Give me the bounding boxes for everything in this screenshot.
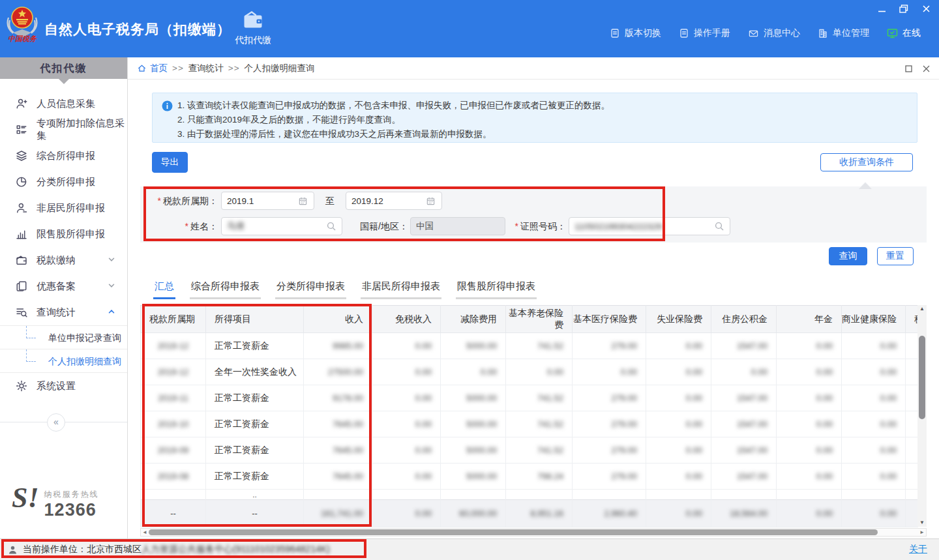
hotline-number: 12366: [44, 500, 99, 520]
sidebar-collapse-button[interactable]: «: [47, 413, 65, 432]
notice-line: 2. 只能查询2019年及之后的数据，不能进行跨年度查询。: [177, 113, 909, 126]
query-button[interactable]: 查询: [829, 247, 867, 265]
table-row[interactable]: 2019-11正常工资薪金9178.000.005000.00741.52279…: [141, 385, 918, 411]
table-cell: 0.00: [777, 411, 842, 437]
sidebar-item-6[interactable]: 税款缴纳: [0, 247, 127, 273]
table-cell: 2019-12: [141, 333, 206, 359]
vertical-scrollbar[interactable]: ▲ ▼: [917, 305, 927, 527]
search-icon[interactable]: [326, 221, 336, 231]
top-menu-item-3[interactable]: 单位管理: [818, 27, 869, 39]
module-tab-withholding[interactable]: 代扣代缴: [225, 11, 281, 46]
tab-2[interactable]: 分类所得申报表: [275, 278, 346, 299]
scroll-left-arrow[interactable]: ◄: [142, 529, 147, 536]
chevron-up-icon: [108, 308, 115, 316]
minimize-button[interactable]: [876, 4, 887, 13]
module-tab-label: 代扣代缴: [225, 35, 281, 46]
export-button[interactable]: 导出: [152, 152, 188, 173]
vertical-scroll-thumb[interactable]: [919, 336, 925, 419]
name-label: *姓名：: [167, 221, 218, 233]
sidebar: 代扣代缴 人员信息采集 专项附加扣除信息采集 综合所得申报 分类所得申报 非居民…: [0, 57, 128, 538]
name-input[interactable]: 马倩: [221, 217, 342, 235]
online-status[interactable]: 在线: [887, 27, 921, 39]
column-header: 收入: [304, 306, 372, 333]
search-icon[interactable]: [714, 221, 724, 231]
table-cell: 279.00: [573, 437, 646, 464]
table-cell: [906, 359, 918, 385]
table-cell: 7645.00: [304, 411, 372, 437]
breadcrumb-home[interactable]: 首页: [137, 63, 168, 74]
calendar-icon[interactable]: [426, 196, 436, 206]
scroll-down-arrow[interactable]: ▼: [917, 519, 927, 527]
table-cell: [842, 490, 906, 500]
table-cell: [906, 333, 918, 359]
tax-bureau-logo: 中国税务: [5, 3, 39, 42]
table-cell: 0.00: [711, 359, 777, 385]
info-icon: [162, 99, 177, 142]
layers-icon: [16, 150, 27, 162]
top-menu-item-2[interactable]: 消息中心: [748, 27, 800, 39]
sidebar-item-7[interactable]: 优惠备案: [0, 273, 127, 299]
table-cell: 0.00: [646, 333, 711, 359]
breadcrumb: 首页 >>查询统计>>个人扣缴明细查询: [128, 57, 939, 80]
table-row[interactable]: 2019-12全年一次性奖金收入27500.000.000.000.000.00…: [141, 359, 918, 385]
reset-button[interactable]: 重置: [877, 247, 914, 265]
tab-0[interactable]: 汇总: [153, 278, 175, 299]
table-cell: 0.00: [777, 385, 842, 411]
tab-4[interactable]: 限售股所得申报表: [456, 278, 537, 299]
sidebar-subitem-0[interactable]: 单位申报记录查询: [0, 326, 127, 349]
period-label: *税款所属期：: [141, 196, 218, 207]
table-cell: [711, 490, 777, 500]
table-cell: 798.24: [506, 464, 573, 490]
period-from-input[interactable]: 2019.1: [221, 192, 314, 210]
sidebar-item-0[interactable]: 人员信息采集: [0, 91, 127, 117]
sidebar-item-5[interactable]: 限售股所得申报: [0, 221, 127, 247]
table-cell: 0.00: [506, 359, 573, 385]
period-to-input[interactable]: 2019.12: [346, 192, 442, 210]
horizontal-scroll-thumb[interactable]: [149, 529, 878, 535]
restore-button[interactable]: [899, 4, 909, 13]
scroll-right-arrow[interactable]: ►: [919, 529, 925, 536]
table-cell: 0.00: [842, 385, 906, 411]
logo-text: 中国税务: [8, 35, 37, 42]
sidebar-item-3[interactable]: 分类所得申报: [0, 169, 127, 195]
table-cell: [906, 490, 918, 500]
column-header: 商业健康保险: [842, 306, 906, 333]
sidebar-subitem-1[interactable]: 个人扣缴明细查询: [0, 349, 127, 373]
sidebar-item-4[interactable]: 非居民所得申报: [0, 195, 127, 221]
table-cell: 0.00: [372, 385, 441, 411]
gear-icon: [16, 380, 27, 392]
notice-line: 3. 由于数据处理的滞后性，建议您在申报成功3天之后再来查询最新的申报数据。: [177, 128, 909, 141]
table-cell: 0.00: [842, 437, 906, 464]
sidebar-item-2[interactable]: 综合所得申报: [0, 143, 127, 169]
collapse-filter-button[interactable]: 收折查询条件: [820, 153, 913, 171]
about-link[interactable]: 关于: [909, 544, 927, 555]
close-button[interactable]: [921, 4, 931, 13]
table-cell: 7645.00: [304, 437, 372, 464]
top-menu-item-0[interactable]: 版本切换: [610, 27, 661, 39]
sidebar-item-1[interactable]: 专项附加扣除信息采集: [0, 117, 127, 143]
sidebar-item-8[interactable]: 查询统计: [0, 299, 127, 325]
sidebar-header: 代扣代缴: [0, 57, 127, 79]
top-menu-item-1[interactable]: 操作手册: [679, 27, 730, 39]
horizontal-scrollbar[interactable]: ◄ ►: [140, 528, 927, 537]
table-cell: 1547.00: [711, 385, 777, 411]
table-row[interactable]: 2019-12正常工资薪金9985.000.005000.00741.52279…: [141, 333, 918, 359]
tab-close-icon[interactable]: [923, 65, 930, 72]
table-row[interactable]: 2019-09正常工资薪金7645.000.005000.00741.52279…: [141, 437, 918, 464]
tab-1[interactable]: 综合所得申报表: [190, 278, 261, 299]
id-number-input[interactable]: 110502199304222329: [569, 217, 730, 235]
scroll-up-arrow[interactable]: ▲: [917, 305, 927, 313]
table-cell: [906, 464, 918, 490]
tab-maximize-icon[interactable]: [905, 65, 912, 72]
tab-3[interactable]: 非居民所得申报表: [361, 278, 441, 299]
table-row[interactable]: 2019-10正常工资薪金7645.000.005000.00741.52279…: [141, 411, 918, 437]
sidebar-item-9[interactable]: 系统设置: [0, 373, 127, 399]
table-cell: [372, 490, 441, 500]
table-row[interactable]: 2019-08正常工资薪金7645.000.005000.00798.24279…: [141, 464, 918, 490]
breadcrumb-item: 个人扣缴明细查询: [245, 63, 315, 73]
table-cell: 741.52: [506, 385, 573, 411]
table-cell: [441, 490, 506, 500]
results-table: 税款所属期所得项目收入免税收入减除费用基本养老保险费基本医疗保险费失业保险费住房…: [140, 305, 918, 527]
table-cell: 2019-09: [141, 437, 206, 464]
calendar-icon[interactable]: [298, 196, 308, 206]
